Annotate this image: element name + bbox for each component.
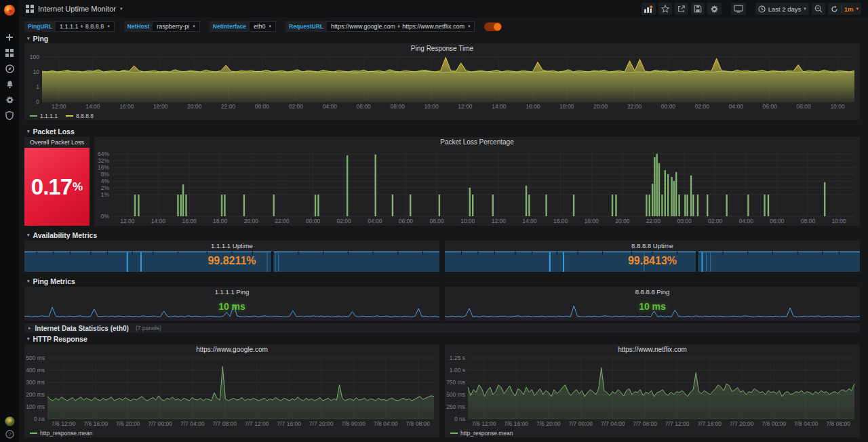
http-netflix-chart[interactable]: 0 ns250 ms500 ms750 ms1.00 s1.25 s7/6 12…: [445, 355, 860, 428]
panel-title[interactable]: Packet Loss Percentage: [94, 137, 860, 148]
svg-text:7/6 20:00: 7/6 20:00: [536, 420, 561, 427]
packet-loss-stat: 0.17 %: [24, 148, 90, 226]
svg-text:20:00: 20:00: [187, 103, 202, 110]
save-dashboard-button[interactable]: [691, 3, 705, 15]
svg-text:300 ms: 300 ms: [26, 379, 45, 386]
svg-text:0: 0: [36, 98, 39, 105]
explore-compass-icon[interactable]: [0, 62, 19, 75]
variable-requesturl[interactable]: RequestURL https://www.google.com + http…: [285, 21, 475, 32]
svg-text:02:00: 02:00: [708, 218, 723, 224]
panel-title[interactable]: https://www.google.com: [24, 344, 439, 355]
grafana-logo-icon[interactable]: [0, 3, 19, 18]
svg-text:2%: 2%: [101, 184, 110, 191]
row-header-packet-loss[interactable]: ▾Packet Loss: [27, 127, 75, 136]
chart-legend[interactable]: http_response.mean: [450, 430, 513, 437]
svg-text:14:00: 14:00: [85, 103, 100, 110]
svg-text:16:00: 16:00: [553, 218, 568, 224]
variable-pingurl[interactable]: PingURL 1.1.1.1 + 8.8.8.8▾: [24, 21, 115, 32]
legend-item[interactable]: 1.1.1.1: [30, 113, 58, 119]
panel-ping-1111: 1.1.1.1 Ping 10 ms: [24, 287, 439, 321]
uptime-sparkline[interactable]: [445, 250, 860, 272]
svg-text:8%: 8%: [101, 171, 110, 178]
time-range-picker[interactable]: Last 2 days ▾: [755, 3, 809, 15]
row-header-ping-metrics[interactable]: ▾Ping Metrics: [27, 277, 75, 285]
kiosk-tv-button[interactable]: [731, 3, 746, 15]
svg-text:16:00: 16:00: [182, 218, 197, 224]
dashboard-settings-button[interactable]: [707, 3, 722, 15]
svg-text:20:00: 20:00: [615, 218, 630, 224]
svg-text:04:00: 04:00: [729, 103, 744, 110]
panel-title[interactable]: Ping Response Time: [24, 43, 860, 54]
svg-text:08:00: 08:00: [390, 103, 405, 110]
chart-legend[interactable]: 1.1.1.18.8.8.8: [30, 113, 94, 119]
alerting-bell-icon[interactable]: [0, 77, 19, 91]
help-icon[interactable]: ?: [0, 428, 19, 439]
row-title: Packet Loss: [33, 127, 75, 136]
panel-title[interactable]: 8.8.8.8 Ping: [445, 287, 860, 296]
svg-text:10:00: 10:00: [424, 103, 439, 110]
time-range-caret-icon: ▾: [804, 6, 806, 12]
svg-text:7/6 16:00: 7/6 16:00: [84, 420, 108, 427]
row-title: Ping Metrics: [33, 277, 75, 285]
user-avatar[interactable]: [0, 415, 19, 427]
row-title: HTTP Response: [33, 335, 87, 343]
ping-response-chart[interactable]: 011010012:0014:0016:0018:0020:0022:0000:…: [24, 54, 860, 111]
legend-item[interactable]: 8.8.8.8: [66, 113, 94, 119]
variable-value: raspberry-pi: [157, 23, 189, 30]
svg-text:7/8 04:00: 7/8 04:00: [794, 420, 818, 427]
uptime-sparkline[interactable]: [24, 250, 439, 272]
annotations-toggle[interactable]: [484, 22, 502, 31]
refresh-button-group[interactable]: 1m ▾: [828, 3, 861, 15]
svg-text:12:00: 12:00: [52, 103, 66, 110]
http-google-chart[interactable]: 0 ns100 ms200 ms300 ms400 ms500 ms7/6 12…: [24, 355, 439, 428]
share-dashboard-button[interactable]: [675, 3, 688, 15]
panel-title[interactable]: 8.8.8.8 Uptime: [445, 241, 860, 250]
svg-text:10:00: 10:00: [832, 218, 847, 224]
panel-title[interactable]: 1.1.1.1 Uptime: [24, 241, 439, 250]
svg-text:7/7 00:00: 7/7 00:00: [569, 420, 593, 427]
legend-item[interactable]: http_response.mean: [30, 430, 93, 437]
panel-overall-packet-loss: Overall Packet Loss 0.17 %: [24, 137, 90, 226]
svg-text:18:00: 18:00: [153, 103, 168, 110]
admin-shield-icon[interactable]: [0, 108, 19, 122]
panel-title[interactable]: https://www.netflix.com: [445, 344, 860, 355]
panel-title[interactable]: Overall Packet Loss: [24, 137, 90, 148]
variable-netinterface[interactable]: NetInterface eth0▾: [210, 21, 276, 32]
chevron-down-icon: ▾: [193, 24, 195, 29]
packet-loss-chart[interactable]: 0%1%2%4%8%16%32%64%12:0014:0016:0018:002…: [94, 148, 860, 226]
zoom-out-button[interactable]: [812, 3, 825, 15]
chart-legend[interactable]: http_response.mean: [30, 430, 93, 437]
dashboard-title-dropdown[interactable]: Internet Uptime Monitor ▾: [19, 5, 122, 13]
svg-text:14:00: 14:00: [151, 218, 166, 224]
svg-text:7/8 00:00: 7/8 00:00: [762, 420, 787, 427]
svg-text:10:00: 10:00: [460, 218, 475, 224]
add-panel-button[interactable]: [642, 3, 656, 15]
sidebar: ?: [0, 0, 19, 442]
svg-text:1%: 1%: [101, 191, 110, 198]
svg-text:7/8 08:00: 7/8 08:00: [406, 420, 431, 427]
svg-text:00:00: 00:00: [255, 103, 270, 110]
dashboard-icon: [26, 5, 34, 13]
row-header-internet-stats-collapsed[interactable]: ▸ Internet Data Statistics (eth0) (7 pan…: [24, 323, 860, 333]
top-navbar: Internet Uptime Monitor ▾: [19, 0, 868, 18]
svg-text:1.25 s: 1.25 s: [450, 355, 465, 361]
ping-sparkline[interactable]: [24, 296, 439, 321]
variable-value: https://www.google.com + https://www.net…: [331, 23, 465, 30]
svg-text:100: 100: [30, 54, 39, 60]
row-header-availability[interactable]: ▾Availability Metrics: [27, 231, 97, 239]
svg-text:06:00: 06:00: [399, 218, 414, 224]
star-dashboard-button[interactable]: [658, 3, 672, 15]
row-header-http-response[interactable]: ▾HTTP Response: [27, 335, 87, 343]
dashboards-grid-icon[interactable]: [0, 46, 19, 60]
svg-text:4%: 4%: [101, 178, 110, 184]
create-plus-icon[interactable]: [0, 31, 19, 44]
svg-text:14:00: 14:00: [522, 218, 537, 224]
chevron-down-icon: ▾: [269, 24, 272, 29]
svg-text:750 ms: 750 ms: [446, 379, 465, 386]
row-header-ping[interactable]: ▾Ping: [27, 35, 48, 43]
variable-nethost[interactable]: NetHost raspberry-pi▾: [124, 21, 200, 32]
configuration-gear-icon[interactable]: [0, 93, 19, 106]
ping-sparkline[interactable]: [445, 296, 860, 321]
legend-item[interactable]: http_response.mean: [450, 430, 513, 437]
panel-title[interactable]: 1.1.1.1 Ping: [24, 287, 439, 296]
